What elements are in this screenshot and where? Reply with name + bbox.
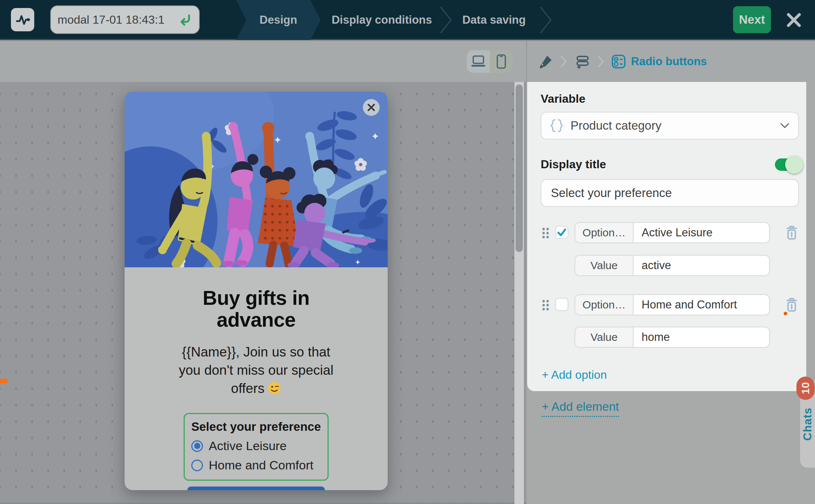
dancing-people-illustration (125, 92, 388, 267)
chats-label: Chats (801, 407, 814, 441)
chevron-right-icon (597, 55, 604, 68)
project-name-box (50, 5, 200, 34)
trash-icon (785, 297, 798, 312)
title-input[interactable] (541, 180, 798, 206)
popup-body: Buy gifts in advance {{Name}}, Join us s… (125, 287, 388, 490)
unsaved-indicator (784, 312, 787, 315)
element-icon (574, 54, 590, 70)
title-input-wrap (541, 179, 799, 207)
value-row: Value (527, 255, 806, 277)
tab-data-saving[interactable]: Data saving (458, 0, 530, 40)
chevron-down-icon (780, 123, 789, 129)
return-arrow-icon[interactable] (178, 12, 192, 27)
option-name-field: Option… (575, 294, 770, 315)
variable-select[interactable]: Product category (541, 112, 799, 139)
option-row: Option… (527, 294, 806, 316)
canvas-scrollbar[interactable] (514, 82, 524, 504)
close-builder-button[interactable] (785, 11, 803, 29)
option-default-checkbox[interactable] (555, 226, 568, 239)
option-value-input[interactable] (634, 327, 769, 347)
value-label: Value (575, 256, 634, 275)
brush-icon (538, 54, 553, 69)
popup-hero-image[interactable] (125, 92, 388, 267)
project-name-input[interactable] (58, 13, 178, 27)
option-name-label: Option… (575, 295, 634, 315)
next-button[interactable]: Next (733, 6, 771, 33)
option-name-input[interactable] (634, 295, 769, 315)
popup-close-button[interactable] (363, 99, 380, 116)
option-value-field: Value (575, 255, 770, 276)
x-icon (367, 103, 376, 112)
radio-unselected-icon[interactable] (191, 460, 203, 471)
radio-buttons-settings-card: Variable Product category Display title (527, 82, 806, 391)
breadcrumb-elements-step[interactable] (574, 54, 590, 70)
device-toggle (467, 50, 513, 73)
tab-design[interactable]: Design (236, 0, 321, 40)
display-title-toggle[interactable] (775, 158, 799, 171)
add-element-link[interactable]: + Add element (542, 400, 619, 417)
divider (526, 41, 527, 82)
trash-icon (785, 225, 798, 240)
chats-unread-badge: 10 (796, 377, 815, 400)
wink-emoji-icon (267, 381, 281, 400)
variable-select-value: Product category (571, 119, 773, 133)
add-option-link[interactable]: + Add option (542, 368, 607, 382)
subscribe-button[interactable]: Subscribe (187, 487, 325, 490)
radio-buttons-icon (611, 54, 626, 69)
app-logo[interactable] (11, 8, 34, 31)
step-separator-icon (539, 6, 552, 34)
pulse-icon (15, 12, 31, 28)
option-value-input[interactable] (634, 256, 769, 275)
popup-text[interactable]: {{Name}}, Join us so that you don't miss… (125, 343, 388, 400)
breadcrumb-current-label: Radio buttons (631, 55, 707, 68)
option-name-label: Option… (575, 223, 634, 243)
option-name-field: Option… (575, 222, 770, 243)
display-title-label: Display title (541, 158, 606, 171)
drag-handle-icon[interactable] (542, 299, 550, 311)
popup-preview[interactable]: Buy gifts in advance {{Name}}, Join us s… (125, 92, 388, 490)
popup-radio-option[interactable]: Home and Comfort (191, 458, 321, 472)
popup-title[interactable]: Buy gifts in advance (125, 287, 388, 331)
canvas-scrollbar-thumb[interactable] (516, 84, 523, 252)
tab-display-conditions[interactable]: Display conditions (328, 0, 436, 40)
value-label: Value (575, 327, 634, 347)
device-mobile-button[interactable] (490, 50, 513, 73)
curly-braces-icon (550, 118, 563, 133)
variable-label: Variable (541, 92, 585, 106)
laptop-icon (471, 55, 486, 68)
option-name-input[interactable] (634, 223, 769, 243)
divider (0, 503, 526, 504)
toolbar-strip: Radio buttons (0, 41, 815, 82)
popup-radio-group-selected[interactable]: Select your preference Active Leisure Ho… (184, 413, 329, 481)
drag-handle-icon[interactable] (542, 227, 550, 239)
breadcrumb-current-element[interactable]: Radio buttons (611, 54, 707, 69)
x-icon (785, 12, 802, 28)
delete-option-button[interactable] (784, 297, 799, 313)
settings-breadcrumb: Radio buttons (538, 51, 707, 72)
topbar: Design Display conditions Data saving Ne… (0, 0, 815, 40)
value-row: Value (527, 327, 806, 349)
breadcrumb-style-step[interactable] (538, 54, 553, 69)
option-row: Option… (527, 222, 806, 244)
popup-builder-app: Design Display conditions Data saving Ne… (0, 0, 815, 504)
chevron-right-icon (560, 55, 567, 68)
canvas-anchor-marker (0, 379, 7, 383)
toggle-knob (785, 155, 803, 174)
delete-option-button[interactable] (784, 225, 799, 241)
check-icon (557, 228, 567, 237)
device-desktop-button[interactable] (467, 50, 490, 73)
option-value-field: Value (575, 327, 770, 348)
radio-selected-icon[interactable] (191, 440, 203, 452)
option-default-checkbox[interactable] (555, 298, 568, 311)
step-separator-icon (439, 6, 452, 34)
phone-icon (496, 54, 506, 69)
popup-radio-option[interactable]: Active Leisure (191, 439, 321, 453)
radio-group-label: Select your preference (191, 420, 321, 434)
